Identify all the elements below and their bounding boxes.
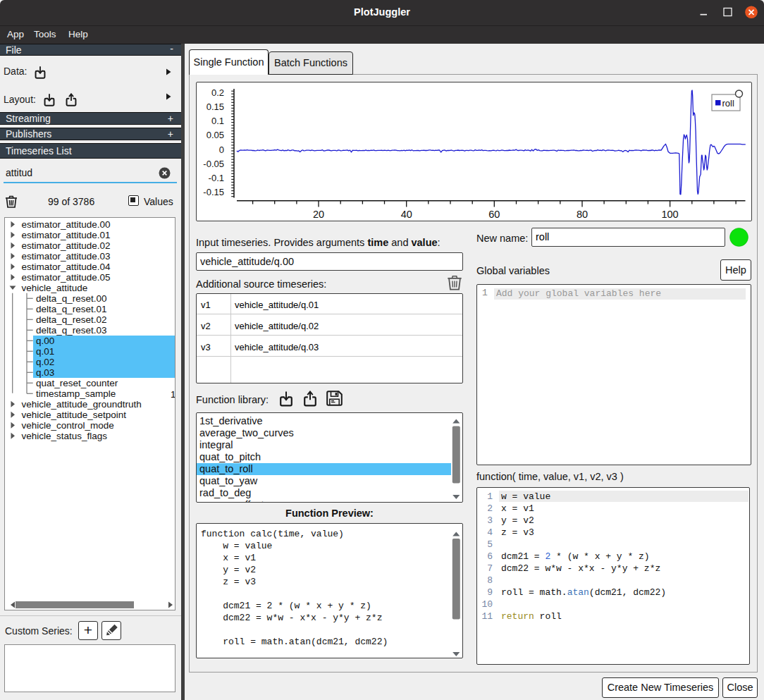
svg-text:0.1: 0.1 xyxy=(211,116,224,126)
svg-text:80: 80 xyxy=(577,209,588,220)
svg-text:100: 100 xyxy=(661,209,678,220)
svg-text:0.05: 0.05 xyxy=(207,130,224,140)
svg-text:60: 60 xyxy=(488,209,500,220)
svg-text:0.15: 0.15 xyxy=(207,102,224,112)
svg-text:-0.05: -0.05 xyxy=(203,159,224,169)
svg-text:20: 20 xyxy=(313,209,324,220)
svg-text:40: 40 xyxy=(401,209,412,220)
svg-text:-0.15: -0.15 xyxy=(203,187,224,197)
svg-text:0.2: 0.2 xyxy=(211,87,224,98)
svg-text:-0.1: -0.1 xyxy=(209,173,224,183)
svg-text:roll: roll xyxy=(722,98,734,109)
svg-text:0: 0 xyxy=(219,145,224,155)
